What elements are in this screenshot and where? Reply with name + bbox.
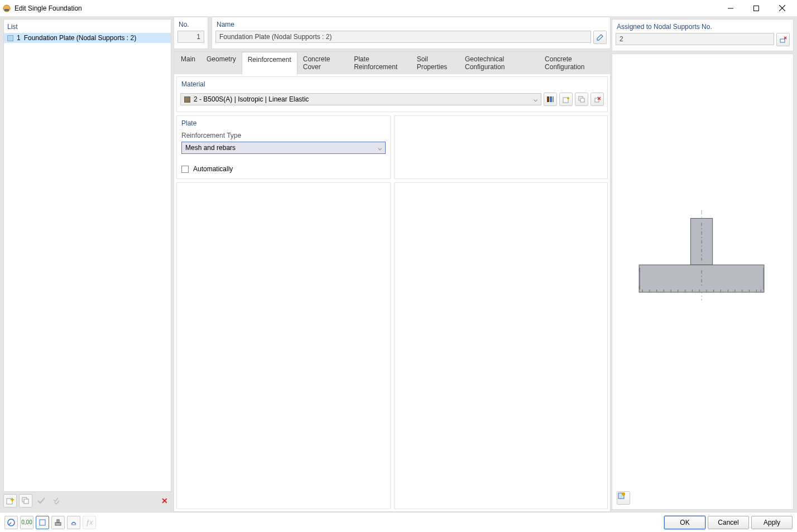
left-panel: List 1 Foundation Plate (Nodal Supports … [0, 17, 174, 512]
material-select[interactable]: 2 - B500S(A) | Isotropic | Linear Elasti… [180, 93, 541, 105]
name-edit-button[interactable] [593, 31, 607, 44]
maximize-button[interactable] [743, 0, 769, 17]
center-panel: No. 1 Name Foundation Plate (Nodal Suppo… [174, 17, 611, 512]
name-label: Name [212, 17, 610, 31]
units-icon: 0,00 [21, 519, 32, 525]
window-title: Edit Single Foundation [15, 4, 82, 12]
automatically-label: Automatically [193, 165, 233, 173]
material-swatch-icon [184, 96, 190, 103]
function-button: ƒx [83, 516, 96, 529]
material-copy-button[interactable] [575, 93, 588, 106]
delete-icon: ✕ [161, 496, 168, 505]
svg-line-51 [9, 523, 11, 525]
foundation-preview-icon [612, 54, 793, 448]
checkbox-icon [181, 166, 189, 173]
tab-soil-properties[interactable]: Soil Properties [411, 52, 459, 74]
preview-settings-button[interactable] [617, 491, 630, 505]
tab-concrete-configuration[interactable]: Concrete Configuration [539, 52, 609, 74]
tab-geometry[interactable]: Geometry [201, 52, 242, 74]
material-select-value: 2 - B500S(A) | Isotropic | Linear Elasti… [194, 95, 309, 103]
tab-geotechnical-configuration[interactable]: Geotechnical Configuration [459, 52, 539, 74]
app-icon [2, 4, 11, 13]
automatically-checkbox[interactable]: Automatically [181, 165, 386, 173]
ok-button[interactable]: OK [664, 516, 705, 529]
svg-rect-53 [55, 523, 61, 525]
no-field[interactable]: 1 [177, 31, 204, 43]
chevron-down-icon: ⌵ [378, 144, 382, 152]
title-bar: Edit Single Foundation [0, 0, 797, 17]
view-1-button[interactable] [36, 516, 49, 529]
no-label: No. [174, 17, 208, 31]
apply-button[interactable]: Apply [751, 516, 793, 529]
chevron-down-icon: ⌵ [534, 95, 537, 103]
svg-rect-1 [4, 9, 9, 11]
minimize-button[interactable] [718, 0, 743, 17]
cancel-button[interactable]: Cancel [708, 516, 749, 529]
list-header: List [4, 20, 171, 33]
tab-plate-reinforcement[interactable]: Plate Reinforcement [348, 52, 411, 74]
plate-header: Plate [177, 116, 390, 129]
close-button[interactable] [769, 0, 795, 17]
svg-point-49 [622, 492, 625, 496]
view-2-button[interactable] [51, 516, 65, 529]
name-field[interactable]: Foundation Plate (Nodal Supports : 2) [215, 31, 591, 43]
svg-rect-13 [553, 96, 554, 102]
new-item-button[interactable] [3, 494, 17, 507]
check-button-2 [50, 494, 64, 507]
list-item-label: Foundation Plate (Nodal Supports : 2) [24, 34, 136, 42]
svg-rect-52 [40, 520, 45, 525]
svg-rect-12 [550, 96, 552, 102]
list-item-num: 1 [17, 34, 21, 42]
list-item[interactable]: 1 Foundation Plate (Nodal Supports : 2) [4, 33, 171, 43]
list-toolbar: ✕ [3, 492, 171, 510]
svg-rect-54 [57, 520, 59, 523]
list-item-icon [7, 35, 13, 41]
reinforcement-type-label: Reinforcement Type [181, 132, 386, 139]
material-library-button[interactable] [544, 93, 557, 106]
assigned-pick-button[interactable] [776, 33, 790, 46]
svg-rect-10 [24, 499, 28, 504]
svg-rect-28 [639, 265, 764, 292]
material-new-button[interactable] [559, 93, 573, 106]
copy-item-button[interactable] [19, 494, 32, 507]
svg-rect-22 [780, 39, 785, 42]
svg-rect-3 [754, 6, 759, 11]
reinforcement-type-value: Mesh and rebars [185, 144, 236, 152]
svg-rect-18 [580, 98, 584, 102]
help-button[interactable] [4, 516, 18, 529]
material-delete-button[interactable] [590, 93, 604, 106]
assigned-field[interactable]: 2 [616, 33, 774, 45]
tab-concrete-cover[interactable]: Concrete Cover [297, 52, 348, 74]
right-panel: Assigned to Nodal Supports No. 2 [611, 17, 797, 512]
svg-rect-11 [547, 96, 549, 102]
assigned-label: Assigned to Nodal Supports No. [612, 20, 793, 33]
check-button-1 [35, 494, 48, 507]
reinforcement-type-select[interactable]: Mesh and rebars ⌵ [181, 142, 386, 154]
bottom-bar: 0,00 ƒx OK Cancel Apply [0, 512, 797, 532]
tab-reinforcement[interactable]: Reinforcement [242, 52, 297, 74]
tab-main[interactable]: Main [175, 52, 201, 74]
preview-viewport[interactable] [612, 54, 794, 510]
units-button[interactable]: 0,00 [20, 516, 33, 529]
delete-button[interactable]: ✕ [158, 494, 171, 507]
material-header: Material [177, 77, 607, 90]
fx-icon: ƒx [86, 519, 93, 526]
view-3-button[interactable] [67, 516, 80, 529]
tab-bar: Main Geometry Reinforcement Concrete Cov… [174, 52, 610, 74]
